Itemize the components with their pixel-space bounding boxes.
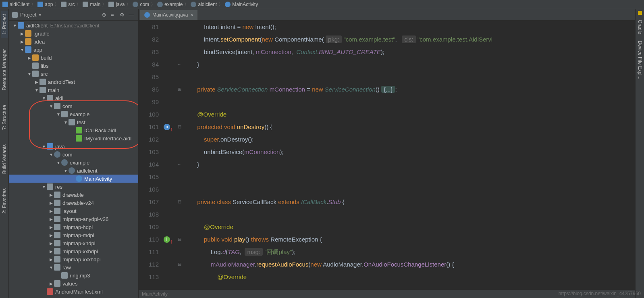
chevron-icon[interactable]: ▶ [19,31,25,36]
tree-row[interactable]: ▼aidlclient [9,167,138,175]
code-line[interactable]: public void play() throws RemoteExceptio… [184,233,635,246]
tree-row[interactable]: ▼aidlClientE:\Instance\aidlClient [9,21,138,29]
chevron-icon[interactable]: ▼ [63,169,69,173]
chevron-icon[interactable]: ▼ [34,88,39,92]
tree-row[interactable]: ▼raw [9,263,138,271]
tree-row[interactable]: ▼aidl [9,94,138,102]
tree-row[interactable]: ▶libs [9,62,138,70]
code-line[interactable] [184,183,635,196]
chevron-icon[interactable]: ▶ [48,257,54,262]
left-tab[interactable]: Build Variants [1,141,8,177]
code-line[interactable]: } [184,158,635,171]
chevron-icon[interactable]: ▼ [48,152,54,157]
tree-row[interactable]: ▼test [9,118,138,126]
override-marker-icon[interactable]: o [164,124,170,130]
fold-gutter[interactable]: ⌐⊞⊟⌐⊟⊟⊟ [175,21,184,290]
tree-row[interactable]: ▶build [9,54,138,62]
editor-tab-mainactivity[interactable]: MainActivity.java × [140,10,197,20]
code-line[interactable] [184,96,635,108]
chevron-icon[interactable]: ▶ [34,80,39,84]
tree-row[interactable]: ▶mipmap-anydpi-v26 [9,215,138,223]
tree-row[interactable]: ▼example [9,110,138,118]
tree-row[interactable]: ▶androidTest [9,78,138,86]
fold-toggle[interactable] [175,108,184,121]
hide-icon[interactable]: — [129,12,135,18]
gear-icon[interactable]: ⚙ [120,12,126,18]
code-line[interactable]: } [184,58,635,71]
fold-toggle[interactable] [175,246,184,258]
code-content[interactable]: Intent intent = new Intent(); intent.set… [184,21,635,290]
tree-row[interactable]: ▼com [9,102,138,110]
code-line[interactable] [184,208,635,221]
fold-toggle[interactable] [175,208,184,221]
fold-toggle[interactable] [175,171,184,183]
tree-row[interactable]: ▶values [9,279,138,288]
chevron-icon[interactable]: ▶ [48,217,54,221]
right-tab[interactable]: Device File Expl... [636,38,644,83]
breadcrumb-item[interactable]: app [37,2,53,7]
chevron-icon[interactable]: ▼ [12,23,18,28]
fold-toggle[interactable]: ⊟ [175,258,184,271]
code-line[interactable] [184,171,635,183]
code-line[interactable]: Intent intent = new Intent(); [184,21,635,33]
fold-toggle[interactable] [175,133,184,146]
chevron-icon[interactable]: ▶ [48,201,54,205]
left-tab[interactable]: Resource Manager [1,46,8,94]
code-line[interactable]: bindService(intent, mConnection, Context… [184,46,635,58]
chevron-icon[interactable]: ▼ [41,185,47,189]
breadcrumb-item[interactable]: com [133,2,149,7]
code-line[interactable]: private class ServiceCallBack extends IC… [184,196,635,208]
inspection-warning-marker[interactable] [638,11,642,15]
breadcrumb-item[interactable]: example [157,2,183,7]
project-tree[interactable]: ▼aidlClientE:\Instance\aidlClient▶.gradl… [9,21,138,298]
breadcrumb-item[interactable]: aidlClient [2,2,29,7]
code-line[interactable]: super.onDestroy(); [184,133,635,146]
chevron-icon[interactable]: ▶ [19,40,25,44]
tree-row[interactable]: ▶AndroidManifest.xml [9,288,138,296]
chevron-icon[interactable]: ▼ [48,265,54,270]
fold-toggle[interactable] [175,46,184,58]
fold-toggle[interactable]: ⊞ [175,83,184,96]
override-marker-icon[interactable]: I [164,236,170,243]
code-line[interactable]: protected void onDestroy() { [184,121,635,133]
right-tab[interactable]: Gradle [636,17,644,38]
code-line[interactable]: private ServiceConnection mConnection = … [184,83,635,96]
chevron-icon[interactable]: ▶ [27,56,32,60]
chevron-icon[interactable]: ▶ [48,233,54,238]
fold-toggle[interactable] [175,33,184,46]
tree-row[interactable]: ▶MainActivity [9,175,138,183]
code-line[interactable]: @Override [184,271,635,283]
fold-toggle[interactable]: ⊟ [175,121,184,133]
breadcrumb-item[interactable]: main [83,2,100,7]
chevron-icon[interactable]: ▶ [48,209,54,213]
fold-toggle[interactable]: ⌐ [175,58,184,71]
fold-toggle[interactable] [175,71,184,83]
tree-row[interactable]: ▼example [9,158,138,167]
left-tab[interactable]: 1: Project [1,11,8,38]
fold-toggle[interactable] [175,21,184,33]
chevron-icon[interactable]: ▶ [48,281,54,286]
chevron-icon[interactable]: ▼ [41,96,47,100]
fold-toggle[interactable] [175,221,184,233]
dropdown-icon[interactable]: ▾ [39,12,42,18]
code-line[interactable]: unbindService(mConnection); [184,146,635,158]
fold-toggle[interactable]: ⌐ [175,158,184,171]
chevron-icon[interactable]: ▼ [27,72,32,76]
collapse-icon[interactable]: ≡ [111,12,117,18]
fold-toggle[interactable] [175,96,184,108]
chevron-icon[interactable]: ▶ [48,241,54,246]
fold-toggle[interactable] [175,271,184,283]
code-line[interactable]: mAudioManager.requestAudioFocus(new Audi… [184,258,635,271]
fold-toggle[interactable] [175,146,184,158]
tree-row[interactable]: ▶ICallBack.aidl [9,126,138,134]
chevron-icon[interactable]: ▼ [56,160,61,165]
tree-row[interactable]: ▼java [9,142,138,150]
tree-row[interactable]: ▶IMyAidlInterface.aidl [9,134,138,142]
tree-row[interactable]: ▶drawable [9,191,138,199]
chevron-icon[interactable]: ▼ [19,48,25,52]
tree-row[interactable]: ▶layout [9,207,138,215]
tree-row[interactable]: ▶mipmap-hdpi [9,223,138,231]
chevron-icon[interactable]: ▼ [63,120,69,125]
tree-row[interactable]: ▶ring.mp3 [9,271,138,279]
chevron-icon[interactable]: ▼ [41,144,47,149]
